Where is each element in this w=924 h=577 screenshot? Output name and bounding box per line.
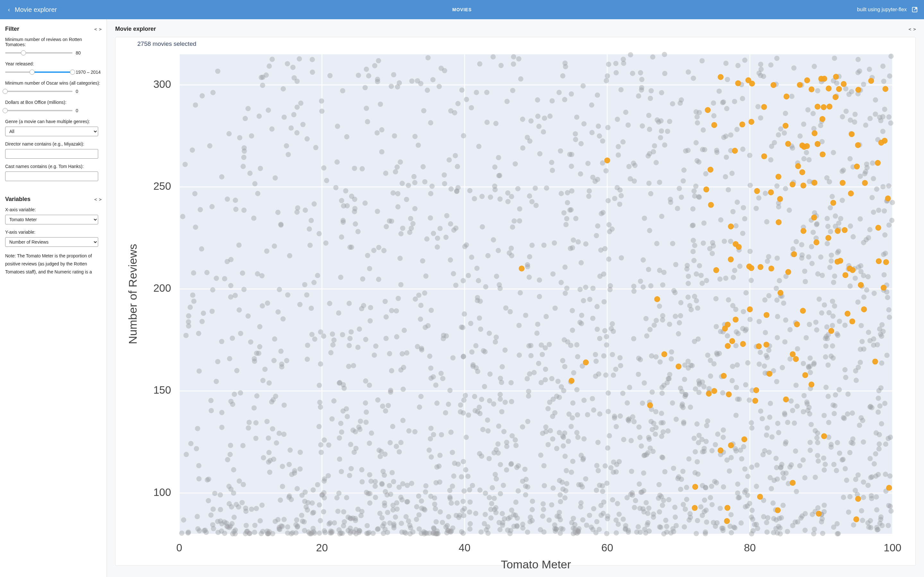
svg-point-890 <box>347 245 352 250</box>
svg-point-1496 <box>678 101 683 106</box>
svg-text:250: 250 <box>153 180 171 192</box>
svg-point-1578 <box>724 106 729 111</box>
svg-point-1765 <box>695 459 700 464</box>
svg-point-1803 <box>498 392 503 397</box>
svg-point-2230 <box>654 296 660 302</box>
svg-point-1806 <box>487 398 492 403</box>
svg-point-948 <box>782 131 787 135</box>
svg-point-2164 <box>491 401 496 406</box>
scatter-plot[interactable]: 020406080100100150200250300Tomato MeterN… <box>122 49 909 575</box>
box-office-slider[interactable] <box>5 107 73 114</box>
svg-point-2239 <box>775 174 781 179</box>
code-toggle-icon[interactable]: < > <box>94 197 102 202</box>
external-link-icon[interactable] <box>911 6 918 13</box>
svg-point-1261 <box>691 189 696 193</box>
svg-point-227 <box>569 91 574 97</box>
svg-point-295 <box>662 71 667 76</box>
svg-point-2316 <box>862 180 868 186</box>
svg-point-1387 <box>583 242 588 247</box>
svg-point-242 <box>578 504 583 509</box>
svg-point-1388 <box>484 90 489 95</box>
svg-point-1989 <box>290 530 295 535</box>
svg-point-2094 <box>695 472 700 477</box>
svg-point-291 <box>326 473 331 478</box>
svg-point-1315 <box>270 531 275 536</box>
genre-select[interactable]: All <box>5 127 98 136</box>
svg-point-1417 <box>806 254 811 259</box>
svg-point-1741 <box>337 380 342 385</box>
svg-point-683 <box>281 86 286 91</box>
svg-point-421 <box>781 475 786 480</box>
svg-point-1085 <box>647 437 652 442</box>
svg-point-1958 <box>657 268 662 273</box>
svg-point-2102 <box>651 421 656 426</box>
svg-point-1860 <box>428 120 433 125</box>
svg-point-793 <box>312 337 317 342</box>
svg-point-2056 <box>575 528 580 533</box>
svg-point-557 <box>871 210 876 215</box>
svg-point-1158 <box>517 353 522 358</box>
svg-point-1369 <box>420 258 425 263</box>
svg-point-1727 <box>543 367 548 372</box>
svg-point-2006 <box>848 223 853 229</box>
svg-point-462 <box>276 431 282 436</box>
svg-point-1665 <box>219 410 224 415</box>
svg-point-2225 <box>871 342 876 348</box>
svg-point-1822 <box>523 313 528 318</box>
svg-point-1220 <box>637 506 642 511</box>
svg-point-1450 <box>798 516 803 521</box>
svg-point-196 <box>688 405 693 410</box>
svg-point-374 <box>488 516 493 521</box>
x-axis-select[interactable]: Tomato Meter <box>5 215 98 224</box>
svg-point-2347 <box>748 119 754 125</box>
main-heading: Movie explorer <box>115 26 156 32</box>
svg-point-1326 <box>714 351 719 356</box>
code-toggle-icon[interactable]: < > <box>94 27 102 32</box>
y-axis-select[interactable]: Number of Reviews <box>5 237 98 247</box>
svg-point-742 <box>367 500 373 506</box>
svg-point-1756 <box>778 126 783 131</box>
min-reviews-slider[interactable] <box>5 50 73 56</box>
svg-point-1991 <box>525 419 530 424</box>
built-using-label[interactable]: built using jupyter-flex <box>857 7 907 13</box>
svg-point-1921 <box>216 530 221 535</box>
svg-point-2209 <box>741 309 746 314</box>
svg-point-2037 <box>769 434 774 440</box>
svg-point-1887 <box>681 421 686 426</box>
svg-point-221 <box>726 187 731 192</box>
svg-point-2242 <box>797 82 803 88</box>
svg-point-960 <box>861 295 867 300</box>
svg-point-717 <box>887 73 892 79</box>
svg-point-2300 <box>801 144 807 150</box>
svg-point-2345 <box>800 308 806 314</box>
svg-point-1373 <box>733 448 738 454</box>
year-released-slider[interactable] <box>5 69 73 75</box>
director-input[interactable] <box>5 149 98 159</box>
svg-point-1948 <box>712 479 717 484</box>
svg-point-2047 <box>571 531 576 536</box>
svg-point-1597 <box>604 342 609 348</box>
svg-point-760 <box>701 384 706 389</box>
svg-point-749 <box>824 324 829 330</box>
svg-point-993 <box>190 292 195 298</box>
min-oscars-slider[interactable] <box>5 88 73 95</box>
svg-point-570 <box>376 245 381 250</box>
svg-point-2040 <box>654 354 659 359</box>
cast-input[interactable] <box>5 171 98 181</box>
svg-point-138 <box>317 502 322 508</box>
svg-point-2322 <box>728 256 734 262</box>
svg-point-1164 <box>490 485 495 490</box>
code-toggle-icon[interactable]: < > <box>909 27 916 32</box>
svg-point-1581 <box>375 77 380 82</box>
svg-point-1474 <box>646 506 651 511</box>
svg-point-1635 <box>440 376 445 381</box>
svg-point-1501 <box>237 135 242 140</box>
svg-point-2264 <box>843 272 848 278</box>
svg-point-992 <box>472 196 477 201</box>
svg-point-1902 <box>646 113 651 118</box>
back-icon[interactable]: ‹ <box>6 6 12 13</box>
svg-point-1638 <box>586 193 591 199</box>
svg-point-2133 <box>666 428 670 434</box>
svg-point-1965 <box>780 471 785 476</box>
svg-point-188 <box>425 87 430 93</box>
